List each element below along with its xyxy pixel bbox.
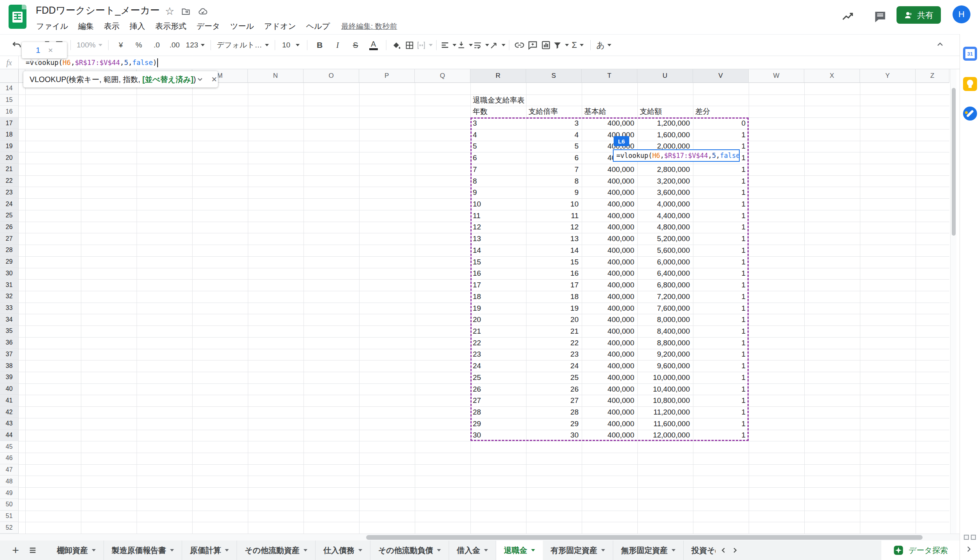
cell-R30[interactable]: 16 — [473, 268, 523, 280]
column-header-Q[interactable]: Q — [415, 69, 470, 83]
cell-V40[interactable]: 1 — [695, 383, 746, 395]
cell-R25[interactable]: 11 — [473, 210, 523, 222]
move-folder-icon[interactable] — [181, 7, 191, 16]
cell-V18[interactable]: 1 — [695, 129, 746, 141]
sheet-tab-製造原価報告書[interactable]: 製造原価報告書 — [104, 541, 182, 560]
cell-S43[interactable]: 29 — [528, 418, 579, 430]
cell-U24[interactable]: 4,000,000 — [639, 198, 690, 210]
cell-S31[interactable]: 17 — [528, 279, 579, 291]
cell-T36[interactable]: 400,000 — [584, 337, 634, 349]
row-header-38[interactable]: 38 — [0, 360, 19, 372]
format-currency-button[interactable]: ¥ — [112, 38, 130, 52]
cell-S37[interactable]: 23 — [528, 349, 579, 360]
scroll-corner-button[interactable] — [964, 535, 969, 540]
cell-S39[interactable]: 25 — [528, 372, 579, 383]
row-header-29[interactable]: 29 — [0, 256, 19, 268]
zoom-select[interactable]: 100% — [74, 38, 105, 52]
cell-S34[interactable]: 20 — [528, 314, 579, 326]
cell-U37[interactable]: 9,200,000 — [639, 349, 690, 360]
vertical-align-menu[interactable] — [456, 38, 473, 52]
sheet-tab-退職金[interactable]: 退職金 — [496, 541, 543, 560]
cell-U42[interactable]: 11,200,000 — [639, 406, 690, 418]
vertical-scrollbar[interactable] — [950, 69, 956, 534]
cell-T28[interactable]: 400,000 — [584, 245, 634, 256]
row-header-22[interactable]: 22 — [0, 175, 19, 187]
cell-V44[interactable]: 1 — [695, 430, 746, 441]
tab-menu-arrow-icon[interactable] — [672, 549, 675, 551]
row-header-36[interactable]: 36 — [0, 337, 19, 349]
row-header-20[interactable]: 20 — [0, 152, 19, 164]
row-header-45[interactable]: 45 — [0, 441, 19, 453]
cell-U44[interactable]: 12,000,000 — [639, 430, 690, 441]
cell-T32[interactable]: 400,000 — [584, 291, 634, 303]
row-header-32[interactable]: 32 — [0, 291, 19, 303]
row-header-47[interactable]: 47 — [0, 464, 19, 476]
sheet-tab-その他流動負債[interactable]: その他流動負債 — [370, 541, 449, 560]
menu-2[interactable]: 表示 — [99, 19, 125, 34]
cell-S18[interactable]: 4 — [528, 129, 579, 141]
cell-S17[interactable]: 3 — [528, 117, 579, 129]
tabs-scroll-right-icon[interactable] — [730, 546, 739, 555]
menu-7[interactable]: アドオン — [259, 19, 301, 34]
scroll-corner-button[interactable] — [971, 535, 976, 540]
cell-U16[interactable]: 支給額 — [640, 106, 691, 117]
decrease-decimal-button[interactable]: .0 — [148, 38, 166, 52]
number-format-menu[interactable]: 123 — [184, 38, 207, 52]
calendar-icon[interactable]: 31 — [963, 47, 977, 61]
cell-V26[interactable]: 1 — [695, 222, 746, 233]
cell-U30[interactable]: 6,400,000 — [639, 268, 690, 280]
row-header-19[interactable]: 19 — [0, 141, 19, 152]
cell-S29[interactable]: 15 — [528, 256, 579, 268]
menu-3[interactable]: 挿入 — [125, 19, 150, 34]
row-header-49[interactable]: 49 — [0, 487, 19, 499]
show-side-panel-chevron[interactable] — [964, 544, 974, 554]
cell-R18[interactable]: 4 — [473, 129, 523, 141]
cell-V23[interactable]: 1 — [695, 187, 746, 198]
cell-R24[interactable]: 10 — [473, 198, 523, 210]
row-header-21[interactable]: 21 — [0, 164, 19, 175]
cell-U32[interactable]: 7,200,000 — [639, 291, 690, 303]
row-header-18[interactable]: 18 — [0, 129, 19, 141]
column-header-S[interactable]: S — [526, 69, 582, 83]
row-header-44[interactable]: 44 — [0, 430, 19, 441]
cell-V33[interactable]: 1 — [695, 303, 746, 314]
insert-link-button[interactable] — [513, 38, 526, 52]
cell-R39[interactable]: 25 — [473, 372, 523, 383]
column-header-V[interactable]: V — [693, 69, 749, 83]
cell-V22[interactable]: 1 — [695, 175, 746, 187]
cell-S25[interactable]: 11 — [528, 210, 579, 222]
cell-S16[interactable]: 支給倍率 — [528, 106, 579, 117]
cell-R23[interactable]: 9 — [473, 187, 523, 198]
cell-V17[interactable]: 0 — [695, 117, 746, 129]
tab-menu-arrow-icon[interactable] — [304, 549, 307, 551]
cell-V25[interactable]: 1 — [695, 210, 746, 222]
cell-R32[interactable]: 18 — [473, 291, 523, 303]
chevron-down-icon[interactable] — [196, 75, 204, 83]
cell-T16[interactable]: 基本給 — [584, 106, 635, 117]
row-header-14[interactable]: 14 — [0, 83, 19, 94]
last-edited-link[interactable]: 最終編集: 数秒前 — [341, 21, 397, 32]
tab-menu-arrow-icon[interactable] — [531, 549, 535, 551]
cell-R40[interactable]: 26 — [473, 383, 523, 395]
cell-U29[interactable]: 6,000,000 — [639, 256, 690, 268]
cell-T26[interactable]: 400,000 — [584, 222, 634, 233]
borders-button[interactable] — [403, 38, 416, 52]
font-family-select[interactable]: デフォルト… — [214, 38, 271, 52]
column-header-P[interactable]: P — [359, 69, 415, 83]
fill-color-button[interactable] — [390, 38, 403, 52]
menu-4[interactable]: 表示形式 — [150, 19, 191, 34]
column-header-Y[interactable]: Y — [860, 69, 916, 83]
italic-button[interactable]: I — [329, 38, 347, 52]
sheet-tab-仕入債務[interactable]: 仕入債務 — [316, 541, 370, 560]
bold-button[interactable]: B — [311, 38, 329, 52]
cell-U36[interactable]: 8,800,000 — [639, 337, 690, 349]
menu-1[interactable]: 編集 — [73, 19, 99, 34]
row-header-15[interactable]: 15 — [0, 94, 19, 106]
cell-S36[interactable]: 22 — [528, 337, 579, 349]
cell-U40[interactable]: 10,400,000 — [639, 383, 690, 395]
cell-T40[interactable]: 400,000 — [584, 383, 634, 395]
account-avatar[interactable]: H — [953, 5, 970, 23]
cell-T39[interactable]: 400,000 — [584, 372, 634, 383]
increase-decimal-button[interactable]: .00 — [166, 38, 184, 52]
cell-U18[interactable]: 1,600,000 — [639, 129, 690, 141]
